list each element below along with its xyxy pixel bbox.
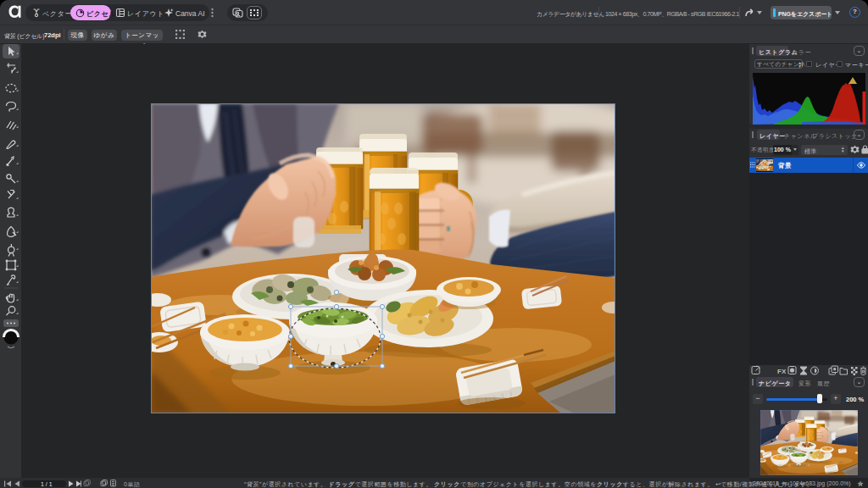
svg-text:FX: FX <box>777 368 787 375</box>
svg-text:1 / 1: 1 / 1 <box>41 480 53 486</box>
